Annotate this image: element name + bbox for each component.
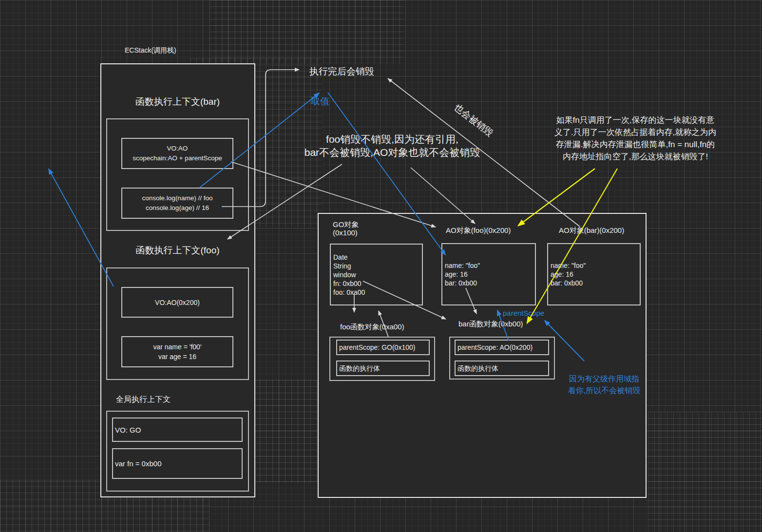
ao-foo-box: name: "foo" age: 16 bar: 0xb00	[441, 243, 536, 305]
global-context-title: 全局执行上下文	[116, 395, 171, 405]
note-memory-leak: 如果fn只调用了一次,保存的这一块就没有意 义了.只用了一次依然占据着内存,就称…	[550, 114, 721, 163]
note-parent-keep: 因为有父级作用域指 着你,所以不会被销毁	[560, 373, 648, 397]
bar-vo-box: VO:AO scopechain:AO + parentScope	[121, 138, 233, 169]
ecstack-title: ECStack(调用栈)	[125, 46, 176, 55]
whiteboard-canvas: ECStack(调用栈) 函数执行上下文(bar) VO:AO scopecha…	[0, 0, 762, 532]
ao-foo-label: AO对象(foo)(0x200)	[446, 226, 511, 234]
go-object-label: GO对象 (0x100)	[333, 220, 359, 237]
bar-fn-label: bar函数对象(0xb00)	[458, 320, 523, 328]
ao-bar-label: AO对象(bar)(0x200)	[559, 226, 624, 234]
note-get-value: 取值	[311, 95, 329, 108]
bar-console-box: console.log(name) // foo console.log(age…	[121, 188, 233, 219]
note-center: foo销毁不销毁,因为还有引用, bar不会被销毁,AO对象也就不会被销毁	[273, 133, 512, 159]
bar-fn-parentscope-box: parentScope: AO(0x200)	[455, 340, 549, 355]
grid-patch	[253, 380, 318, 482]
parentscope-pointer-label: parentScope	[503, 309, 544, 317]
grid-patch	[210, 0, 404, 63]
foo-context-title: 函数执行上下文(foo)	[106, 244, 249, 257]
global-vo-box: VO: GO	[112, 418, 243, 442]
foo-fn-parentscope-box: parentScope: GO(0x100)	[336, 340, 430, 355]
go-object-box: Date String window fn: 0xb00 foo: 0xa00	[330, 244, 423, 305]
global-vars-box: var fn = 0xb00	[112, 448, 243, 479]
note-destroyed-after-exec: 执行完后会销毁	[309, 65, 374, 78]
foo-fn-label: foo函数对象(0xa00)	[340, 323, 404, 331]
grid-patch	[648, 412, 762, 532]
foo-vo-box: VO:AO(0x200)	[121, 287, 233, 318]
ao-bar-box: name: "foo" age: 16 bar: 0xb00	[547, 243, 641, 305]
foo-fn-body-box: 函数的执行体	[336, 361, 430, 376]
foo-vars-box: var name = 'f00' var age = 16	[121, 336, 233, 367]
bar-context-title: 函数执行上下文(bar)	[106, 95, 249, 108]
bar-fn-body-box: 函数的执行体	[455, 361, 549, 376]
